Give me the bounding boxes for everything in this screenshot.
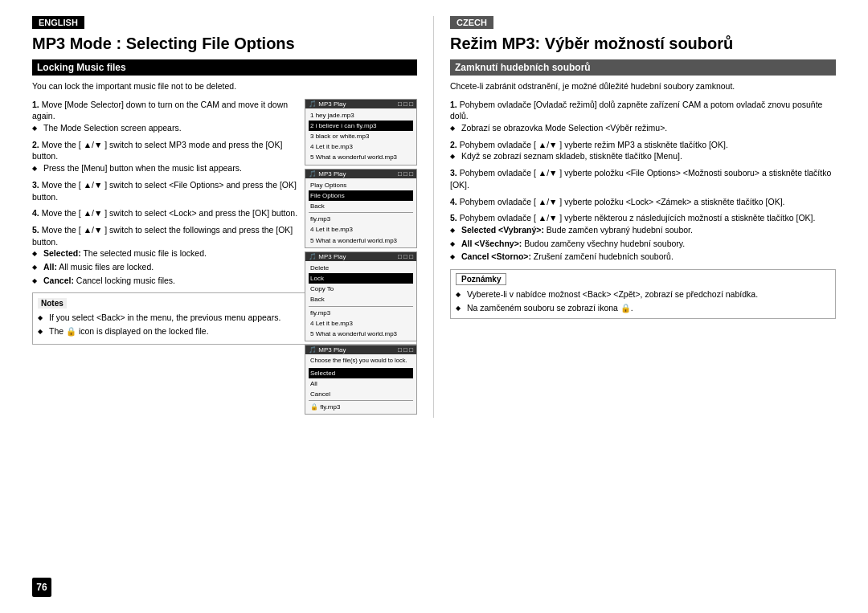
step-1-bullet-1: The Mode Selection screen appears. [32,122,417,134]
english-badge: ENGLISH [32,16,84,29]
screen-2-item-5: 5 What a wonderful world.mp3 [309,152,413,162]
step-5-text: Move the [ ▲/▼ ] switch to select the fo… [32,225,293,247]
step-2-text: Move the [ ▲/▼ ] switch to select MP3 mo… [32,140,282,161]
screen-3-item-3: 5 What a wonderful world.mp3 [309,235,413,246]
screen-2-title: 🎵 MP3 Play [309,100,346,108]
step-3-text: Move the [ ▲/▼ ] switch to select <File … [32,180,297,202]
left-column: ENGLISH MP3 Mode : Selecting File Option… [32,16,434,418]
right-step-5: 5. Pohybem ovladače [ ▲/▼ ] vyberte někt… [450,212,836,263]
step-1-num: 1. [32,100,39,109]
step-4-num: 4. [32,208,39,218]
right-intro: Chcete-li zabránit odstranění, je možné … [450,80,836,92]
right-step-1-text: Pohybem ovladače [Ovladač režimů] dolů z… [450,100,822,121]
right-subsection-header: Zamknutí hudebních souborů [450,59,836,76]
screen-5-icons: □ □ □ [398,346,413,353]
right-step-5-bullet-1: Selected <Vybraný>: Bude zamčen vybraný … [450,224,836,236]
right-step-2: 2. Pohybem ovladače [ ▲/▼ ] vyberte reži… [450,139,836,162]
right-step-3-num: 3. [450,168,457,178]
right-section-title: Režim MP3: Výběr možností souborů [450,34,836,53]
right-step-1-bullet-1: Zobrazí se obrazovka Mode Selection <Výb… [450,122,836,134]
right-step-5-bullet-3: Cancel <Storno>: Zrušení zamčení hudební… [450,251,836,263]
note-2: The 🔒 icon is displayed on the locked fi… [38,325,411,337]
right-steps: 1. Pohybem ovladače [Ovladač režimů] dol… [450,99,836,263]
right-step-2-num: 2. [450,140,457,149]
right-step-4-num: 4. [450,197,457,206]
left-intro: You can lock the important music file no… [32,80,417,92]
screen-3-divider [309,212,413,213]
right-step-3-text: Pohybem ovladače [ ▲/▼ ] vyberte položku… [450,168,831,190]
screen-5: 🎵 MP3 Play □ □ □ Choose the file(s) you … [305,345,417,415]
screen-2-item-1: 1 hey jade.mp3 [309,110,413,121]
right-column: CZECH Režim MP3: Výběr možností souborů … [434,16,836,418]
right-step-1: 1. Pohybem ovladače [Ovladač režimů] dol… [450,99,836,134]
screen-3: 🎵 MP3 Play □ □ □ Play Options File Optio… [305,169,417,248]
right-step-5-bullet-2: All <Všechny>: Budou zamčeny všechny hud… [450,238,836,250]
step-5-num: 5. [32,225,39,235]
screen-2-icons: □ □ □ [398,100,413,108]
note-1: If you select <Back> in the menu, the pr… [38,312,411,324]
screen-3-menu-1: Play Options [309,180,413,190]
screen-3-item-2: 4 Let it be.mp3 [309,224,413,235]
screen-5-header-text: Choose the file(s) you would to lock. [309,356,413,366]
step-5-bullet-3: Cancel: Cancel locking music files. [32,275,417,287]
step-4-text: Move the [ ▲/▼ ] switch to select <Lock>… [42,208,297,218]
screen-3-menu-3: Back [309,201,413,211]
notes-header: Notes [38,298,67,309]
screen-5-locked-item: 🔒 fly.mp3 [309,402,413,412]
screen-5-body: Choose the file(s) you would to lock. Se… [305,354,416,414]
poznámky-box: Poznámky Vyberete-li v nabídce možnost <… [450,269,836,319]
two-column-layout: ENGLISH MP3 Mode : Selecting File Option… [32,16,836,418]
step-5-bullet-2: All: All music files are locked. [32,261,417,273]
screen-4-menu-4: Back [309,294,413,304]
screen-5-menu-3: Cancel [309,389,413,399]
right-step-5-num: 5. [450,213,457,223]
screen-5-divider [309,400,413,401]
left-section-title: MP3 Mode : Selecting File Options [32,34,417,53]
right-step-1-num: 1. [450,100,457,109]
screen-5-title: 🎵 MP3 Play [309,346,346,353]
left-subsection-header: Locking Music files [32,59,417,76]
screen-3-body: Play Options File Options Back fly.mp3 4… [305,178,416,247]
screen-3-menu-2: File Options [309,190,413,201]
right-step-5-text: Pohybem ovladače [ ▲/▼ ] vyberte některo… [460,213,816,223]
right-note-2: Na zamčeném souboru se zobrazí ikona 🔒. [456,302,830,314]
right-note-1: Vyberete-li v nabídce možnost <Back> <Zp… [456,288,830,300]
step-2-bullet-1: Press the [Menu] button when the music l… [32,162,417,174]
step-5-bullet-1: Selected: The selected music file is loc… [32,247,417,260]
screen-5-titlebar: 🎵 MP3 Play □ □ □ [305,345,416,354]
right-step-4: 4. Pohybem ovladače [ ▲/▼ ] vyberte polo… [450,196,836,208]
screen-5-menu-1: Selected [309,368,413,378]
step-3-num: 3. [32,180,39,190]
screen-2-body: 1 hey jade.mp3 2 i believe i can fly.mp3… [305,108,416,165]
page-number: 76 [32,578,51,597]
screen-3-item-1: fly.mp3 [309,214,413,224]
step-1-text: Move [Mode Selector] down to turn on the… [32,100,288,121]
right-step-2-text: Pohybem ovladače [ ▲/▼ ] vyberte režim M… [460,140,728,149]
right-step-4-text: Pohybem ovladače [ ▲/▼ ] vyberte položku… [460,197,785,206]
page: ENGLISH MP3 Mode : Selecting File Option… [0,0,868,613]
right-step-2-bullet-1: Když se zobrazí seznam skladeb, stisknět… [450,150,836,162]
screen-5-menu-2: All [309,378,413,389]
step-2-num: 2. [32,140,39,149]
screen-2-titlebar: 🎵 MP3 Play □ □ □ [305,100,416,108]
right-step-3: 3. Pohybem ovladače [ ▲/▼ ] vyberte polo… [450,167,836,190]
screen-4-divider [309,306,413,307]
poznámky-header: Poznámky [456,273,506,285]
czech-badge: CZECH [450,16,493,29]
screen-2-item-4: 4 Let it be.mp3 [309,141,413,152]
